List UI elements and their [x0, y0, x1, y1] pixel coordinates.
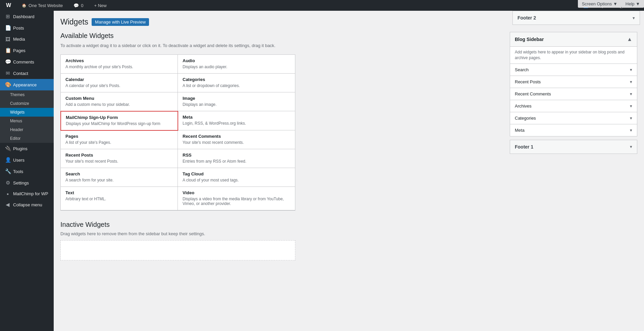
footer1-panel: Footer 1 ▾ — [510, 140, 637, 154]
plugins-label: Plugins — [13, 146, 28, 151]
widget-recent-comments-desc: Your site's most recent comments. — [183, 140, 290, 145]
sidebar-item-tools[interactable]: 🔧 Tools — [0, 166, 54, 177]
posts-icon: 📄 — [5, 25, 10, 31]
footer2-header[interactable]: Footer 2 ▾ — [513, 11, 640, 25]
sidebar-widget-archives[interactable]: Archives ▾ — [510, 100, 637, 112]
widget-item-categories[interactable]: Categories A list or dropdown of categor… — [178, 74, 295, 92]
widget-item-audio[interactable]: Audio Displays an audio player. — [178, 55, 295, 74]
widget-meta-desc: Login, RSS, & WordPress.org links. — [183, 121, 290, 126]
main-content-area: Available Widgets To activate a widget d… — [60, 32, 637, 260]
blog-sidebar-description: Add widgets here to appear in your sideb… — [510, 47, 637, 64]
submenu-item-header[interactable]: Header — [0, 125, 54, 134]
sidebar-item-mailchimp[interactable]: ● MailChimp for WP — [0, 189, 54, 199]
admin-menu: ⊞ Dashboard 📄 Posts 🖼 Media 📋 P — [0, 11, 54, 210]
submenu-item-themes[interactable]: Themes — [0, 90, 54, 99]
widget-item-meta[interactable]: Meta Login, RSS, & WordPress.org links. — [178, 111, 295, 130]
widget-item-image[interactable]: Image Displays an image. — [178, 92, 295, 111]
widget-archives-title: Archives — [65, 58, 173, 63]
comments-label: Comments — [13, 59, 34, 65]
inactive-widgets-heading: Inactive Widgets — [60, 221, 500, 229]
sidebar-recent-posts-chevron: ▾ — [630, 79, 632, 84]
widget-item-mailchimp[interactable]: MailChimp Sign-Up Form Displays your Mai… — [60, 111, 178, 131]
wp-logo[interactable]: W — [3, 0, 14, 11]
help-button[interactable]: Help ▼ — [622, 0, 644, 8]
sidebar-item-collapse[interactable]: ◀ Collapse menu — [0, 199, 54, 210]
sidebar-item-settings[interactable]: ⚙ Settings — [0, 177, 54, 189]
sidebar-item-media[interactable]: 🖼 Media — [0, 34, 54, 45]
widget-item-rss[interactable]: RSS Entries from any RSS or Atom feed. — [178, 149, 295, 168]
footer1-header[interactable]: Footer 1 ▾ — [510, 140, 637, 154]
widget-search-desc: A search form for your site. — [65, 178, 173, 182]
new-content-link[interactable]: + New — [91, 0, 109, 11]
widgets-page: Widgets Manage with Live Preview Availab… — [60, 17, 637, 260]
widget-item-text[interactable]: Text Arbitrary text or HTML. — [61, 187, 178, 210]
sidebar-item-dashboard[interactable]: ⊞ Dashboard — [0, 11, 54, 22]
sidebar-item-plugins[interactable]: 🔌 Plugins — [0, 143, 54, 154]
appearance-submenu: Themes Customize Widgets Menus Header — [0, 90, 54, 143]
widgets-right-column: Blog Sidebar ▲ Add widgets here to appea… — [510, 32, 637, 260]
sidebar-item-pages[interactable]: 📋 Pages — [0, 45, 54, 56]
settings-icon: ⚙ — [5, 180, 10, 186]
footer1-chevron: ▾ — [630, 144, 632, 149]
widgets-left-column: Available Widgets To activate a widget d… — [60, 32, 500, 260]
widget-audio-desc: Displays an audio player. — [183, 65, 290, 69]
sidebar-item-comments[interactable]: 💬 Comments — [0, 56, 54, 68]
submenu-item-customize[interactable]: Customize — [0, 99, 54, 108]
widget-item-recent-comments[interactable]: Recent Comments Your site's most recent … — [178, 130, 295, 149]
widget-item-custom-menu[interactable]: Custom Menu Add a custom menu to your si… — [61, 92, 178, 111]
widget-item-video[interactable]: Video Displays a video from the media li… — [178, 187, 295, 210]
site-name[interactable]: 🏠 One Test Website — [19, 0, 65, 11]
widget-item-calendar[interactable]: Calendar A calendar of your site's Posts… — [61, 74, 178, 92]
submenu-item-editor[interactable]: Editor — [0, 134, 54, 143]
sidebar-item-users[interactable]: 👤 Users — [0, 154, 54, 166]
sidebar-meta-label: Meta — [515, 128, 525, 133]
widget-pages-desc: A list of your site's Pages. — [65, 140, 173, 145]
footer2-chevron: ▾ — [633, 15, 635, 20]
widget-item-recent-posts[interactable]: Recent Posts Your site's most recent Pos… — [61, 149, 178, 168]
submenu-item-menus[interactable]: Menus — [0, 117, 54, 125]
sidebar-archives-label: Archives — [515, 104, 532, 109]
widget-item-tag-cloud[interactable]: Tag Cloud A cloud of your most used tags… — [178, 168, 295, 187]
widget-categories-title: Categories — [183, 77, 290, 82]
inactive-widgets-dropzone[interactable] — [60, 240, 295, 260]
pages-label: Pages — [13, 48, 26, 53]
media-label: Media — [13, 37, 25, 42]
widget-rss-title: RSS — [183, 153, 290, 158]
sidebar-item-posts[interactable]: 📄 Posts — [0, 22, 54, 34]
widget-image-title: Image — [183, 96, 290, 101]
dashboard-label: Dashboard — [13, 14, 35, 19]
footer1-title: Footer 1 — [515, 144, 533, 150]
sidebar-categories-chevron: ▾ — [630, 116, 632, 121]
submenu-item-widgets[interactable]: Widgets — [0, 108, 54, 117]
screen-options-button[interactable]: Screen Options ▼ — [578, 0, 622, 8]
sidebar-search-label: Search — [515, 67, 529, 72]
comment-bubble-icon: 💬 — [73, 3, 79, 8]
sidebar-widget-categories[interactable]: Categories ▾ — [510, 112, 637, 124]
sidebar-categories-label: Categories — [515, 116, 536, 121]
new-label: + New — [94, 3, 106, 8]
sidebar-recent-posts-label: Recent Posts — [515, 79, 541, 84]
footer2-title: Footer 2 — [517, 15, 536, 20]
sidebar-widget-recent-comments[interactable]: Recent Comments ▾ — [510, 88, 637, 100]
blog-sidebar-header[interactable]: Blog Sidebar ▲ — [510, 32, 637, 47]
widget-text-title: Text — [65, 190, 173, 195]
manage-live-preview-button[interactable]: Manage with Live Preview — [92, 18, 149, 26]
comments-link[interactable]: 💬 0 — [71, 0, 86, 11]
blog-sidebar-panel: Blog Sidebar ▲ Add widgets here to appea… — [510, 32, 637, 136]
contact-label: Contact — [13, 71, 28, 76]
sidebar-widget-meta[interactable]: Meta ▾ — [510, 124, 637, 136]
sidebar-widget-search[interactable]: Search ▾ — [510, 64, 637, 76]
sidebar-widget-recent-posts[interactable]: Recent Posts ▾ — [510, 76, 637, 88]
sidebar-item-appearance[interactable]: 🎨 Appearance Themes Customize Widgets Me… — [0, 79, 54, 143]
page-title: Widgets — [60, 17, 88, 27]
sidebar-search-chevron: ▾ — [630, 67, 632, 72]
wp-logo-icon: 🏠 — [22, 3, 27, 8]
sidebar-item-contact[interactable]: ✉ Contact — [0, 68, 54, 79]
widget-item-archives[interactable]: Archives A monthly archive of your site'… — [61, 55, 178, 74]
widget-item-search[interactable]: Search A search form for your site. — [61, 168, 178, 187]
settings-label: Settings — [13, 180, 29, 185]
collapse-label: Collapse menu — [13, 202, 42, 207]
mailchimp-label: MailChimp for WP — [13, 191, 48, 196]
available-widgets-section: Available Widgets To activate a widget d… — [60, 32, 500, 211]
widget-item-pages[interactable]: Pages A list of your site's Pages. — [61, 130, 178, 149]
